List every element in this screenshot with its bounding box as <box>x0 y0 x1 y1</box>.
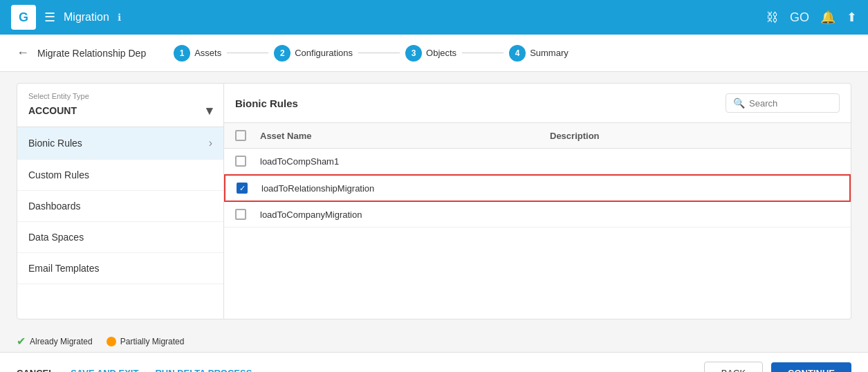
sidebar-item-bionic-rules-label: Bionic Rules <box>28 138 82 149</box>
row-3-asset-name: loadToCompanyMigration <box>260 210 550 220</box>
sidebar-item-data-spaces-label: Data Spaces <box>28 232 84 243</box>
top-bar-left: G ☰ Migration ℹ <box>11 5 121 30</box>
sidebar-item-email-templates-label: Email Templates <box>28 263 99 274</box>
step-4-circle: 4 <box>509 45 526 62</box>
step-4-label: Summary <box>530 48 569 58</box>
step-assets[interactable]: 1 Assets <box>174 45 221 62</box>
expand-icon[interactable]: ⬆ <box>847 10 857 25</box>
table-row: loadToCompanyMigration <box>224 202 851 227</box>
row-2-asset-name: loadToRelationshipMigration <box>261 183 550 194</box>
table-row: loadToRelationshipMigration <box>224 174 851 202</box>
dropdown-arrow-icon: ▾ <box>206 103 212 118</box>
col-header-asset-name: Asset Name <box>260 131 550 141</box>
back-arrow-icon[interactable]: ← <box>17 46 29 60</box>
bell-icon[interactable]: 🔔 <box>820 10 835 25</box>
left-panel: Select Entity Type ACCOUNT ▾ Bionic Rule… <box>17 83 224 319</box>
checkmark-icon: ✔ <box>17 335 26 348</box>
main-content: Select Entity Type ACCOUNT ▾ Bionic Rule… <box>0 72 868 331</box>
app-logo: G <box>11 5 36 30</box>
go-icon[interactable]: GO <box>790 10 809 25</box>
sidebar-item-data-spaces[interactable]: Data Spaces <box>17 222 223 253</box>
sidebar-item-bionic-rules[interactable]: Bionic Rules › <box>17 127 223 160</box>
row-1-asset-name: loadToCompSham1 <box>260 156 550 167</box>
right-panel-title: Bionic Rules <box>235 97 298 109</box>
steps-nav: 1 Assets 2 Configurations 3 Objects 4 Su… <box>174 45 569 62</box>
app-title: Migration <box>64 11 109 24</box>
bottom-left-actions: CANCEL SAVE AND EXIT RUN DELTA PROCESS <box>17 368 252 372</box>
legend-already-migrated-label: Already Migrated <box>30 337 93 346</box>
sidebar-item-custom-rules[interactable]: Custom Rules <box>17 160 223 191</box>
row-1-checkbox[interactable] <box>235 156 246 167</box>
chevron-right-icon-bionic: › <box>209 137 212 149</box>
legend-partially-migrated: Partially Migrated <box>107 337 185 346</box>
col-header-description: Description <box>550 131 840 141</box>
sidebar-item-email-templates[interactable]: Email Templates <box>17 253 223 284</box>
search-input[interactable] <box>749 98 832 109</box>
sidebar-item-dashboards-label: Dashboards <box>28 201 81 212</box>
bottom-bar: CANCEL SAVE AND EXIT RUN DELTA PROCESS B… <box>0 352 868 372</box>
step-connector-1 <box>227 53 268 53</box>
table-header: Asset Name Description <box>224 123 851 149</box>
step-3-label: Objects <box>426 48 456 58</box>
info-icon[interactable]: ℹ <box>118 12 121 23</box>
entity-dropdown[interactable]: ACCOUNT ▾ <box>28 103 212 118</box>
sidebar-item-custom-rules-label: Custom Rules <box>28 169 89 180</box>
row-3-checkbox[interactable] <box>235 209 246 220</box>
row-2-checkbox[interactable] <box>237 183 248 194</box>
network-icon[interactable]: ⛓ <box>766 10 779 25</box>
right-panel: Bionic Rules 🔍 Asset Name Description lo… <box>224 83 851 319</box>
search-box[interactable]: 🔍 <box>726 93 840 113</box>
continue-button[interactable]: CONTINUE <box>771 362 851 372</box>
step-1-label: Assets <box>194 48 221 58</box>
step-2-label: Configurations <box>295 48 353 58</box>
back-button[interactable]: BACK <box>704 362 763 372</box>
step-summary[interactable]: 4 Summary <box>509 45 569 62</box>
cancel-button[interactable]: CANCEL <box>17 368 54 372</box>
step-1-circle: 1 <box>174 45 190 62</box>
entity-value: ACCOUNT <box>28 105 77 116</box>
step-connector-2 <box>358 53 400 53</box>
search-icon: 🔍 <box>733 97 745 109</box>
step-3-circle: 3 <box>405 45 422 62</box>
bottom-right-actions: BACK CONTINUE <box>704 362 851 372</box>
step-bar: ← Migrate Relationship Dep 1 Assets 2 Co… <box>0 35 868 72</box>
right-panel-header: Bionic Rules 🔍 <box>224 84 851 123</box>
save-and-exit-button[interactable]: SAVE AND EXIT <box>71 368 138 372</box>
hamburger-icon[interactable]: ☰ <box>44 10 55 25</box>
select-all-checkbox[interactable] <box>235 130 246 141</box>
page-title: Migrate Relationship Dep <box>37 48 146 59</box>
top-bar: G ☰ Migration ℹ ⛓ GO 🔔 ⬆ <box>0 0 868 35</box>
top-bar-right: ⛓ GO 🔔 ⬆ <box>766 10 857 25</box>
entity-selector[interactable]: Select Entity Type ACCOUNT ▾ <box>17 84 223 127</box>
entity-type-label: Select Entity Type <box>28 92 212 100</box>
circle-orange-icon <box>107 337 116 346</box>
legend-bar: ✔ Already Migrated Partially Migrated <box>0 331 868 352</box>
legend-already-migrated: ✔ Already Migrated <box>17 335 93 348</box>
step-connector-3 <box>462 53 504 53</box>
table-row: loadToCompSham1 <box>224 149 851 174</box>
run-delta-button[interactable]: RUN DELTA PROCESS <box>155 368 252 372</box>
legend-partially-migrated-label: Partially Migrated <box>120 337 185 346</box>
step-configurations[interactable]: 2 Configurations <box>274 45 353 62</box>
sidebar-item-dashboards[interactable]: Dashboards <box>17 191 223 222</box>
step-2-circle: 2 <box>274 45 290 62</box>
step-objects[interactable]: 3 Objects <box>405 45 456 62</box>
